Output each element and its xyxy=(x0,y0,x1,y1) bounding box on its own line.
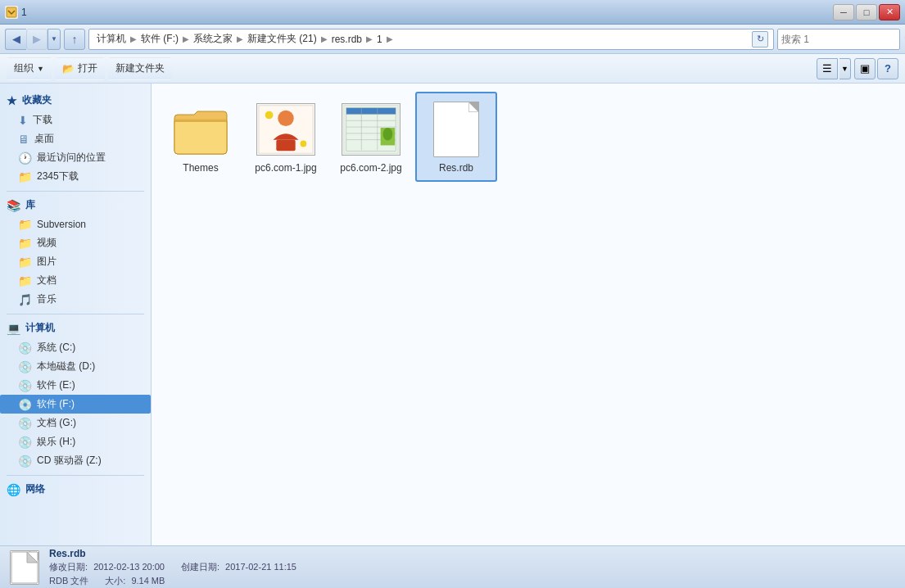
sidebar-section-library: 📚 库 📁 Subversion 📁 视频 📁 图片 📁 文档 🎵 音乐 xyxy=(0,195,151,309)
status-type: RDB 文件 xyxy=(49,575,88,587)
path-segment-drive[interactable]: 软件 (F:) xyxy=(138,31,181,47)
size-label: 大小: xyxy=(105,576,125,586)
sidebar-header-computer[interactable]: 💻 计算机 xyxy=(0,318,151,338)
path-segment-current[interactable]: 1 xyxy=(374,33,385,46)
path-segment-computer[interactable]: 计算机 xyxy=(94,31,129,47)
sidebar-item-documents[interactable]: 📁 文档 xyxy=(0,271,151,290)
view-button[interactable]: ☰ xyxy=(817,58,838,79)
svg-point-6 xyxy=(301,141,307,147)
network-label: 网络 xyxy=(25,482,45,496)
2345-icon: 📁 xyxy=(18,170,32,183)
organize-label: 组织 xyxy=(14,61,34,75)
sidebar-item-download[interactable]: ⬇ 下载 xyxy=(0,111,151,129)
sidebar-section-network: 🌐 网络 xyxy=(0,479,151,500)
sidebar-item-documents-label: 文档 xyxy=(37,274,57,287)
drive-g-icon: 💿 xyxy=(18,417,32,430)
window-icon xyxy=(5,6,18,19)
recent-icon: 🕐 xyxy=(18,152,32,165)
view-dropdown-button[interactable]: ▼ xyxy=(839,58,851,79)
forward-button[interactable]: ▶ xyxy=(26,29,48,50)
sidebar-item-pictures[interactable]: 📁 图片 xyxy=(0,252,151,271)
drive-z-icon: 💿 xyxy=(18,455,32,468)
svg-point-5 xyxy=(265,111,274,120)
new-folder-button[interactable]: 新建文件夹 xyxy=(108,57,172,80)
file-name-themes: Themes xyxy=(183,162,218,174)
open-icon: 📂 xyxy=(62,63,75,75)
sidebar-item-video[interactable]: 📁 视频 xyxy=(0,233,151,252)
sidebar-item-z[interactable]: 💿 CD 驱动器 (Z:) xyxy=(0,451,151,470)
doc-icon-res-rdb xyxy=(427,100,486,159)
sidebar-item-f-label: 软件 (F:) xyxy=(37,397,75,411)
folder-icon-themes xyxy=(171,100,230,159)
file-name-pc6-1: pc6.com-1.jpg xyxy=(255,162,316,174)
path-segment-folder2[interactable]: 新建文件夹 (21) xyxy=(245,31,319,47)
sidebar-item-2345[interactable]: 📁 2345下载 xyxy=(0,167,151,186)
status-info: Res.rdb 修改日期: 2012-02-13 20:00 创建日期: 201… xyxy=(49,548,296,587)
sidebar-item-subversion[interactable]: 📁 Subversion xyxy=(0,215,151,233)
pictures-icon: 📁 xyxy=(18,256,32,269)
network-icon: 🌐 xyxy=(7,483,20,496)
sidebar-item-h[interactable]: 💿 娱乐 (H:) xyxy=(0,432,151,451)
up-button[interactable]: ↑ xyxy=(64,29,85,50)
file-item-res-rdb[interactable]: Res.rdb xyxy=(415,92,497,182)
address-path: 计算机 ▶ 软件 (F:) ▶ 系统之家 ▶ 新建文件夹 (21) ▶ res.… xyxy=(94,31,749,47)
sidebar-item-desktop[interactable]: 🖥 桌面 xyxy=(0,129,151,148)
status-modified: 修改日期: 2012-02-13 20:00 xyxy=(49,561,165,573)
library-label: 库 xyxy=(25,198,35,212)
divider-2 xyxy=(7,314,144,314)
path-segment-folder1[interactable]: 系统之家 xyxy=(191,31,235,47)
sidebar-header-favorites[interactable]: ★ 收藏夹 xyxy=(0,90,151,111)
sidebar-item-e-label: 软件 (E:) xyxy=(37,378,75,392)
maximize-button[interactable]: □ xyxy=(856,4,877,20)
sidebar-item-g[interactable]: 💿 文档 (G:) xyxy=(0,414,151,432)
address-bar[interactable]: 计算机 ▶ 软件 (F:) ▶ 系统之家 ▶ 新建文件夹 (21) ▶ res.… xyxy=(88,29,774,50)
address-refresh-button[interactable]: ↻ xyxy=(752,31,768,47)
sidebar-item-e[interactable]: 💿 软件 (E:) xyxy=(0,376,151,395)
drive-f-icon: 💿 xyxy=(18,398,32,411)
sidebar-item-d[interactable]: 💿 本地磁盘 (D:) xyxy=(0,357,151,376)
file-item-themes[interactable]: Themes xyxy=(160,92,242,182)
svg-rect-4 xyxy=(276,140,295,152)
organize-button[interactable]: 组织 ▼ xyxy=(7,57,52,80)
sidebar-item-recent[interactable]: 🕐 最近访问的位置 xyxy=(0,148,151,167)
sidebar-item-music-label: 音乐 xyxy=(37,292,57,306)
sidebar-item-music[interactable]: 🎵 音乐 xyxy=(0,290,151,309)
modified-label: 修改日期: xyxy=(49,562,88,572)
search-input[interactable] xyxy=(781,34,904,45)
drive-h-icon: 💿 xyxy=(18,436,32,449)
window-controls: ─ □ ✕ xyxy=(833,4,900,20)
sidebar-item-video-label: 视频 xyxy=(37,236,57,250)
files-grid: Themes xyxy=(160,92,897,182)
back-button[interactable]: ◀ xyxy=(5,29,26,50)
file-item-pc6-1[interactable]: pc6.com-1.jpg xyxy=(245,92,327,182)
path-segment-folder3[interactable]: res.rdb xyxy=(329,33,364,46)
close-button[interactable]: ✕ xyxy=(879,4,900,20)
computer-icon: 💻 xyxy=(7,322,20,335)
created-value: 2017-02-21 11:15 xyxy=(225,562,296,572)
nav-bar: ◀ ▶ ▼ ↑ 计算机 ▶ 软件 (F:) ▶ 系统之家 ▶ 新建文件夹 (21… xyxy=(0,25,905,54)
sidebar-item-c[interactable]: 💿 系统 (C:) xyxy=(0,338,151,357)
sidebar-header-library[interactable]: 📚 库 xyxy=(0,195,151,215)
back-dropdown-button[interactable]: ▼ xyxy=(48,29,61,50)
file-item-pc6-2[interactable]: pc6.com-2.jpg xyxy=(330,92,412,182)
search-box[interactable]: 🔍 xyxy=(777,29,900,50)
sidebar-item-subversion-label: Subversion xyxy=(37,219,86,230)
new-folder-label: 新建文件夹 xyxy=(115,61,165,75)
minimize-button[interactable]: ─ xyxy=(833,4,854,20)
title-bar-left: 1 xyxy=(5,6,27,19)
open-label: 打开 xyxy=(78,61,97,75)
sidebar-item-f[interactable]: 💿 软件 (F:) xyxy=(0,395,151,414)
sidebar-item-2345-label: 2345下载 xyxy=(37,170,79,183)
content-area[interactable]: Themes xyxy=(152,84,905,545)
main-layout: ★ 收藏夹 ⬇ 下载 🖥 桌面 🕐 最近访问的位置 📁 2345下载 xyxy=(0,84,905,545)
favorites-icon: ★ xyxy=(7,94,17,107)
music-icon: 🎵 xyxy=(18,293,32,306)
drive-e-icon: 💿 xyxy=(18,379,32,392)
status-filename: Res.rdb xyxy=(49,548,296,559)
sidebar-header-network[interactable]: 🌐 网络 xyxy=(0,479,151,500)
status-created: 创建日期: 2017-02-21 11:15 xyxy=(181,561,296,573)
open-button[interactable]: 📂 打开 xyxy=(55,57,105,80)
help-button[interactable]: ? xyxy=(877,58,898,79)
image-icon-pc6-2 xyxy=(342,100,400,159)
pane-button[interactable]: ▣ xyxy=(854,58,876,79)
